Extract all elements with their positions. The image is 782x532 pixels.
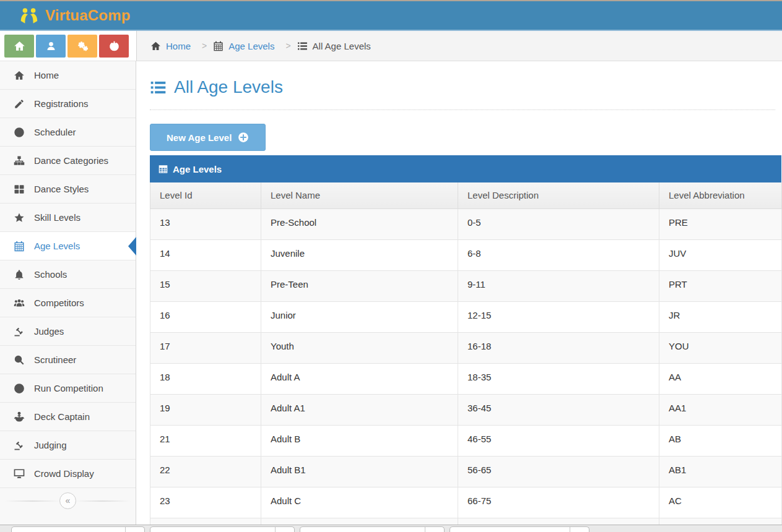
quick-button-settings[interactable] (67, 35, 97, 58)
cell-level-id: 19 (150, 394, 261, 425)
list-icon (297, 41, 308, 51)
table-row[interactable]: 16 Junior 12-15 JR (150, 301, 782, 332)
quick-button-power[interactable] (99, 35, 129, 58)
sidebar-item-run-competition[interactable]: Run Competition (0, 374, 136, 403)
cell-level-id: 18 (150, 363, 261, 394)
pencil-icon (14, 98, 25, 109)
calendar-icon (14, 241, 25, 252)
toolbar-row: Home > Age Levels > All Age Levels (0, 31, 782, 61)
table-row[interactable]: 18 Adult A 18-35 AA (150, 363, 782, 394)
sidebar-item-crowd-display[interactable]: Crowd Display (0, 460, 136, 488)
sidebar-item-judges[interactable]: Judges (0, 317, 136, 346)
sidebar-item-judging[interactable]: Judging (0, 431, 136, 460)
cell-level-id: 16 (150, 301, 261, 332)
sidebar-item-label: Registrations (34, 98, 89, 109)
sidebar-item-dance-styles[interactable]: Dance Styles (0, 175, 136, 204)
breadcrumb-separator: > (202, 41, 207, 51)
app-window: VirtuaComp (0, 0, 782, 532)
sidebar-item-deck-captain[interactable]: Deck Captain (0, 403, 136, 431)
bell-icon (14, 269, 25, 280)
cell-level-description: 56-65 (458, 456, 659, 487)
sidebar-item-label: Home (34, 70, 59, 80)
clock-icon (14, 127, 25, 138)
sidebar-item-competitors[interactable]: Competitors (0, 289, 136, 317)
cell-level-name: Juvenile (261, 239, 458, 270)
sidebar-item-label: Skill Levels (34, 212, 80, 223)
panel-header: Age Levels (150, 155, 781, 182)
table-icon (159, 165, 168, 174)
sidebar-nav: Home Registrations Scheduler Dance Categ… (0, 61, 136, 532)
cell-level-abbreviation: AA (659, 363, 782, 394)
brand[interactable]: VirtuaComp (19, 7, 131, 24)
cell-level-description: 0-5 (458, 208, 659, 239)
cell-level-description: 12-15 (458, 301, 659, 332)
sidebar-collapse-button[interactable]: « (59, 492, 76, 509)
sidebar-item-label: Competitors (34, 298, 84, 308)
divider (150, 109, 775, 110)
table-row[interactable]: 15 Pre-Teen 9-11 PRT (150, 270, 782, 301)
top-navbar: VirtuaComp (0, 0, 782, 31)
divider (5, 500, 61, 502)
monitor-icon (14, 468, 25, 479)
sidebar-item-scheduler[interactable]: Scheduler (0, 118, 136, 147)
calendar-icon (213, 41, 224, 51)
quick-button-user[interactable] (36, 35, 66, 58)
divider (75, 500, 131, 502)
sidebar-item-label: Deck Captain (34, 411, 90, 422)
quick-button-home[interactable] (4, 35, 34, 58)
column-header-level-description: Level Description (458, 182, 659, 208)
sidebar-item-label: Age Levels (34, 241, 80, 251)
table-row[interactable]: 17 Youth 16-18 YOU (150, 332, 782, 363)
table-row[interactable]: 22 Adult B1 56-65 AB1 (150, 456, 782, 487)
brand-name: VirtuaComp (45, 7, 131, 24)
cell-level-abbreviation: JR (659, 301, 782, 332)
sitemap-icon (14, 155, 25, 166)
cell-level-abbreviation: YOU (659, 332, 782, 363)
quick-actions (0, 31, 136, 61)
table-row[interactable]: 14 Juvenile 6-8 JUV (150, 239, 782, 270)
sidebar-item-label: Scheduler (34, 127, 76, 137)
table-row[interactable]: 23 Adult C 66-75 AC (150, 487, 782, 518)
new-age-level-button[interactable]: New Age Level (150, 124, 266, 151)
cell-level-abbreviation: AB (659, 425, 782, 456)
sidebar-collapse-row: « (0, 488, 136, 513)
column-header-level-id: Level Id (150, 182, 261, 208)
table-row[interactable]: 21 Adult B 46-55 AB (150, 425, 782, 456)
sidebar-item-dance-categories[interactable]: Dance Categories (0, 147, 136, 175)
sidebar-item-label: Dance Categories (34, 155, 108, 166)
cell-level-abbreviation: AA1 (659, 394, 782, 425)
filter-input[interactable] (450, 526, 589, 532)
table-row[interactable]: 13 Pre-School 0-5 PRE (150, 208, 782, 239)
sidebar-item-label: Run Competition (34, 383, 103, 393)
people-logo-icon (19, 7, 40, 24)
sidebar-item-label: Crowd Display (34, 468, 94, 479)
cell-level-id: 14 (150, 239, 261, 270)
column-header-level-name: Level Name (261, 182, 458, 208)
cell-level-name: Adult B (261, 425, 458, 456)
power-icon (108, 40, 120, 52)
sidebar-item-label: Dance Styles (34, 184, 89, 194)
users-icon (14, 298, 25, 309)
cell-level-abbreviation: AB1 (659, 456, 782, 487)
bottom-strip (0, 525, 782, 532)
cell-level-description: 36-45 (458, 394, 659, 425)
sidebar-item-registrations[interactable]: Registrations (0, 90, 136, 118)
filter-input[interactable] (11, 526, 145, 532)
sidebar-item-scrutineer[interactable]: Scrutineer (0, 346, 136, 374)
sidebar-item-home[interactable]: Home (0, 61, 136, 90)
filter-input[interactable] (300, 526, 445, 532)
sidebar-item-skill-levels[interactable]: Skill Levels (0, 204, 136, 232)
anchor-icon (14, 411, 25, 423)
search-icon (14, 354, 25, 366)
cell-level-description: 66-75 (458, 487, 659, 518)
age-levels-panel: Age Levels Level Id Level Name Level Des… (150, 155, 781, 532)
breadcrumb-item-age-levels: Age Levels > (213, 41, 297, 51)
cell-level-id: 13 (150, 208, 261, 239)
cell-level-name: Youth (261, 332, 458, 363)
filter-input[interactable] (150, 526, 295, 532)
cell-level-name: Adult C (261, 487, 458, 518)
sidebar-item-age-levels[interactable]: Age Levels (0, 232, 136, 260)
sidebar-item-schools[interactable]: Schools (0, 260, 136, 289)
table-row[interactable]: 19 Adult A1 36-45 AA1 (150, 394, 782, 425)
cell-level-id: 21 (150, 425, 261, 456)
